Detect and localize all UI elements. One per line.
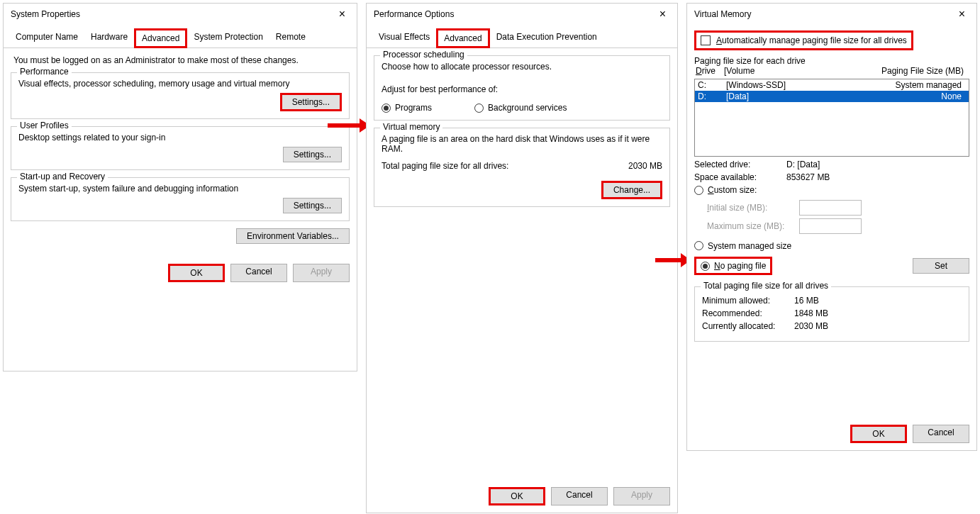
tab-advanced[interactable]: Advanced	[134, 28, 187, 48]
tab-hardware[interactable]: Hardware	[84, 28, 134, 48]
window-title: Virtual Memory	[694, 9, 751, 19]
radio-label: Background services	[488, 103, 567, 113]
window-title: Performance Options	[374, 9, 454, 19]
cancel-button[interactable]: Cancel	[230, 264, 287, 282]
vm-legend: Virtual memory	[380, 122, 442, 132]
radio-custom-size[interactable]: Custom size:	[694, 185, 757, 195]
processor-scheduling-group: Processor scheduling Choose how to alloc…	[374, 55, 670, 121]
drive-letter: D:	[698, 91, 726, 101]
checkbox-box	[701, 35, 711, 45]
tabs: Visual Effects Advanced Data Execution P…	[367, 28, 677, 48]
virtual-memory-dialog: Virtual Memory × Automatically manage pa…	[686, 3, 977, 451]
drive-pfs: System managed	[833, 80, 966, 90]
totals-group: Total paging file size for all drives Mi…	[694, 286, 969, 342]
ok-button[interactable]: OK	[489, 487, 545, 505]
maximum-size-input[interactable]	[799, 218, 862, 234]
processor-desc: Choose how to allocate processor resourc…	[382, 62, 662, 72]
tab-dep[interactable]: Data Execution Prevention	[490, 28, 603, 48]
radio-system-managed[interactable]: System managed size	[694, 241, 791, 251]
vm-total-value: 2030 MB	[628, 161, 662, 171]
adjust-label: Adjust for best performance of:	[382, 84, 662, 94]
environment-variables-button[interactable]: Environment Variables...	[236, 228, 350, 244]
performance-group: Performance Visual effects, processor sc…	[11, 72, 350, 119]
currently-allocated-value: 2030 MB	[794, 321, 828, 331]
ok-button[interactable]: OK	[850, 425, 907, 443]
currently-allocated-label: Currently allocated:	[702, 321, 794, 331]
change-button[interactable]: Change...	[601, 181, 662, 199]
drives-list[interactable]: C: [Windows-SSD] System managed D: [Data…	[694, 79, 969, 157]
vm-total-label: Total paging file size for all drives:	[382, 161, 628, 171]
drive-volume: [Data]	[726, 91, 833, 101]
paging-each-label: Paging file size for each drive	[694, 56, 969, 66]
startup-settings-button[interactable]: Settings...	[283, 198, 342, 213]
processor-legend: Processor scheduling	[380, 50, 467, 60]
recommended-label: Recommended:	[702, 308, 794, 318]
tabs: Computer Name Hardware Advanced System P…	[4, 28, 357, 48]
titlebar: Virtual Memory ×	[687, 4, 976, 25]
performance-settings-button[interactable]: Settings...	[280, 93, 342, 111]
recommended-value: 1848 MB	[794, 308, 828, 318]
user-profiles-legend: User Profiles	[17, 121, 72, 130]
auto-manage-label: Automatically manage paging file size fo…	[716, 35, 907, 45]
vm-desc: A paging file is an area on the hard dis…	[382, 134, 662, 154]
drive-header: Drive	[696, 66, 724, 76]
close-icon[interactable]: ×	[335, 8, 350, 21]
pfs-header: Paging File Size (MB)	[830, 66, 968, 76]
system-properties-dialog: System Properties × Computer Name Hardwa…	[3, 3, 357, 371]
space-available-value: 853627 MB	[786, 172, 830, 182]
cancel-button[interactable]: Cancel	[551, 487, 608, 505]
performance-options-dialog: Performance Options × Visual Effects Adv…	[366, 3, 678, 513]
set-button[interactable]: Set	[913, 258, 969, 274]
titlebar: Performance Options ×	[367, 4, 677, 25]
totals-legend: Total paging file size for all drives	[701, 281, 831, 291]
drive-row-d[interactable]: D: [Data] None	[695, 91, 969, 102]
user-profiles-settings-button[interactable]: Settings...	[283, 147, 342, 162]
radio-label: No paging file	[714, 261, 766, 271]
radio-label: System managed size	[708, 241, 791, 251]
window-title: System Properties	[11, 9, 80, 19]
startup-desc: System start-up, system failure and debu…	[18, 184, 342, 194]
ok-button[interactable]: OK	[168, 264, 225, 282]
performance-legend: Performance	[17, 67, 72, 77]
selected-drive-label: Selected drive:	[694, 160, 786, 169]
tab-advanced[interactable]: Advanced	[436, 28, 489, 48]
close-icon[interactable]: ×	[655, 8, 670, 21]
drive-letter: C:	[698, 80, 726, 90]
tab-computer-name[interactable]: Computer Name	[9, 28, 84, 48]
radio-label: Custom size:	[708, 185, 757, 195]
radio-background-services[interactable]: Background services	[474, 103, 567, 113]
tab-remote[interactable]: Remote	[269, 28, 312, 48]
apply-button[interactable]: Apply	[293, 264, 350, 282]
drive-row-c[interactable]: C: [Windows-SSD] System managed	[695, 79, 969, 91]
close-icon[interactable]: ×	[954, 8, 969, 21]
tab-visual-effects[interactable]: Visual Effects	[372, 28, 436, 48]
arrow-icon	[655, 250, 691, 271]
arrow-icon	[328, 115, 370, 136]
apply-button[interactable]: Apply	[613, 487, 670, 505]
maximum-size-label: Maximum size (MB):	[707, 221, 792, 231]
selected-drive-value: D: [Data]	[786, 160, 820, 169]
initial-size-label: Initial size (MB):	[707, 203, 792, 213]
virtual-memory-group: Virtual memory A paging file is an area …	[374, 128, 670, 207]
user-profiles-group: User Profiles Desktop settings related t…	[11, 126, 350, 170]
radio-label: Programs	[395, 103, 432, 113]
initial-size-input[interactable]	[799, 200, 862, 216]
radio-programs[interactable]: Programs	[382, 103, 432, 113]
min-allowed-value: 16 MB	[794, 296, 819, 306]
cancel-button[interactable]: Cancel	[913, 425, 969, 443]
startup-legend: Start-up and Recovery	[17, 172, 108, 181]
admin-note: You must be logged on as an Administrato…	[13, 55, 347, 65]
user-profiles-desc: Desktop settings related to your sign-in	[18, 133, 342, 143]
tab-system-protection[interactable]: System Protection	[187, 28, 269, 48]
titlebar: System Properties ×	[4, 4, 357, 25]
auto-manage-checkbox[interactable]: Automatically manage paging file size fo…	[694, 30, 913, 50]
volume-header: [Volume	[724, 66, 830, 76]
space-available-label: Space available:	[694, 172, 786, 182]
radio-no-paging-file[interactable]: No paging file	[694, 257, 772, 275]
drive-volume: [Windows-SSD]	[726, 80, 833, 90]
startup-recovery-group: Start-up and Recovery System start-up, s…	[11, 177, 350, 221]
min-allowed-label: Minimum allowed:	[702, 296, 794, 306]
performance-desc: Visual effects, processor scheduling, me…	[18, 79, 342, 89]
drive-pfs: None	[833, 91, 966, 101]
